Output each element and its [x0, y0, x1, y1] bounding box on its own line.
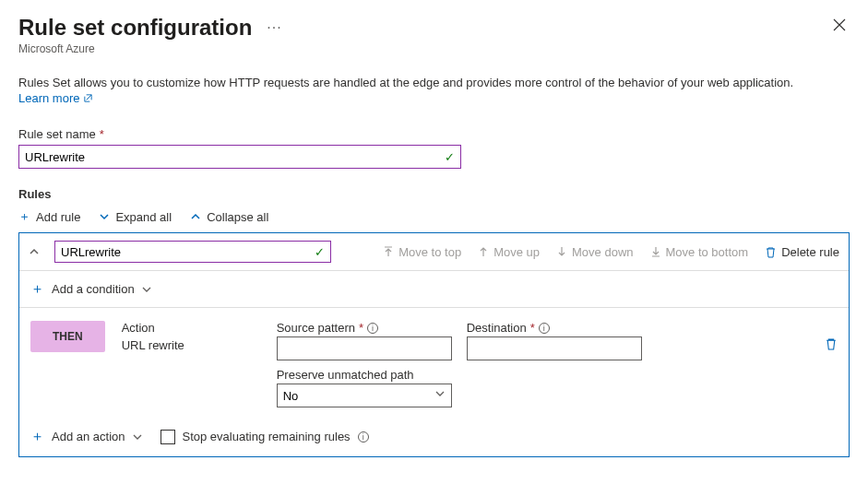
arrow-down-icon — [556, 246, 567, 257]
chevron-down-icon — [99, 211, 110, 222]
chevron-up-icon — [190, 211, 201, 222]
preserve-path-select[interactable]: No — [277, 384, 452, 407]
plus-icon: ＋ — [30, 280, 44, 298]
move-to-bottom-label: Move to bottom — [666, 245, 749, 259]
add-rule-button[interactable]: ＋ Add rule — [18, 208, 80, 225]
stop-evaluating-label: Stop evaluating remaining rules — [183, 430, 351, 443]
ruleset-name-label: Rule set name — [18, 127, 96, 141]
close-icon[interactable] — [829, 15, 850, 35]
info-icon[interactable]: i — [367, 323, 378, 334]
plus-icon: ＋ — [18, 208, 30, 225]
action-label: Action — [122, 321, 260, 335]
chevron-down-icon — [133, 432, 142, 442]
rule-name-input[interactable] — [61, 245, 315, 259]
stop-evaluating-checkbox[interactable] — [161, 430, 175, 444]
move-up-label: Move up — [493, 245, 540, 259]
rule-card: ✓ Move to top Move up Move down Move to … — [18, 232, 850, 457]
move-to-top-button[interactable]: Move to top — [383, 245, 461, 259]
ruleset-name-input[interactable] — [25, 150, 445, 164]
move-down-label: Move down — [572, 245, 633, 259]
collapse-all-button[interactable]: Collapse all — [190, 208, 268, 225]
add-condition-button[interactable]: ＋ Add a condition — [30, 280, 151, 298]
move-to-top-label: Move to top — [398, 245, 461, 259]
page-subtitle: Microsoft Azure — [18, 42, 850, 55]
info-icon[interactable]: i — [358, 431, 369, 443]
rules-section-label: Rules — [18, 187, 850, 201]
trash-icon — [825, 337, 838, 350]
page-title: Rule set configuration — [18, 15, 252, 41]
external-link-icon — [83, 93, 93, 103]
expand-all-button[interactable]: Expand all — [99, 208, 172, 225]
arrow-bottom-icon — [650, 246, 661, 257]
delete-rule-button[interactable]: Delete rule — [765, 245, 839, 259]
preserve-label: Preserve unmatched path — [277, 368, 414, 382]
expand-all-label: Expand all — [115, 210, 172, 224]
add-action-button[interactable]: ＋ Add an action — [30, 428, 142, 445]
then-badge: THEN — [30, 321, 105, 352]
action-value: URL rewrite — [122, 338, 260, 352]
source-pattern-label: Source pattern — [277, 321, 355, 335]
required-marker: * — [359, 321, 363, 335]
arrow-up-icon — [478, 246, 489, 257]
check-icon: ✓ — [445, 150, 455, 164]
delete-rule-label: Delete rule — [781, 245, 839, 259]
add-rule-label: Add rule — [36, 210, 80, 224]
check-icon: ✓ — [315, 245, 325, 259]
collapse-all-label: Collapse all — [207, 210, 268, 224]
learn-more-link[interactable]: Learn more — [18, 91, 93, 105]
more-menu-icon[interactable]: ··· — [267, 19, 281, 36]
delete-action-button[interactable] — [825, 321, 838, 350]
destination-input[interactable] — [467, 336, 642, 360]
intro-description: Rules Set allows you to customize how HT… — [18, 76, 850, 89]
plus-icon: ＋ — [30, 428, 44, 445]
required-marker: * — [530, 321, 535, 335]
move-to-bottom-button[interactable]: Move to bottom — [650, 245, 749, 259]
chevron-down-icon — [142, 285, 151, 294]
learn-more-label: Learn more — [18, 91, 79, 105]
trash-icon — [765, 246, 777, 258]
move-up-button[interactable]: Move up — [478, 245, 540, 259]
info-icon[interactable]: i — [539, 323, 550, 334]
add-condition-label: Add a condition — [52, 282, 135, 296]
move-down-button[interactable]: Move down — [556, 245, 633, 259]
source-pattern-input[interactable] — [277, 336, 452, 360]
required-marker: * — [100, 127, 104, 141]
destination-label: Destination — [467, 321, 527, 335]
collapse-rule-icon[interactable] — [29, 246, 40, 257]
add-action-label: Add an action — [52, 430, 125, 443]
arrow-top-icon — [383, 246, 394, 257]
